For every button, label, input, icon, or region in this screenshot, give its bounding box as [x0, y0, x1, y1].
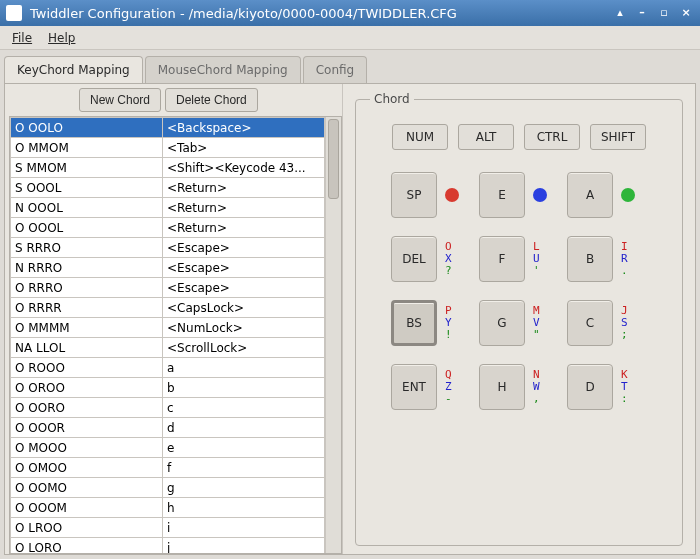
- table-row[interactable]: NA LLOL<ScrollLock>: [11, 338, 325, 358]
- output-cell: c: [163, 398, 325, 418]
- output-cell: <NumLock>: [163, 318, 325, 338]
- table-row[interactable]: O OOROc: [11, 398, 325, 418]
- table-row[interactable]: O MMMM<NumLock>: [11, 318, 325, 338]
- key-d[interactable]: D: [567, 364, 613, 410]
- dot-blue-icon: [533, 188, 547, 202]
- key-h[interactable]: H: [479, 364, 525, 410]
- output-cell: d: [163, 418, 325, 438]
- table-row[interactable]: O OOOMh: [11, 498, 325, 518]
- key-c[interactable]: C: [567, 300, 613, 346]
- table-row[interactable]: O MOOOe: [11, 438, 325, 458]
- chord-cell: O OOOM: [11, 498, 163, 518]
- table-row[interactable]: O LROOi: [11, 518, 325, 538]
- key-del[interactable]: DEL: [391, 236, 437, 282]
- key-e[interactable]: E: [479, 172, 525, 218]
- tab-mousechord[interactable]: MouseChord Mapping: [145, 56, 301, 83]
- output-cell: b: [163, 378, 325, 398]
- key-b[interactable]: B: [567, 236, 613, 282]
- ann-f: LU': [533, 241, 540, 277]
- table-row[interactable]: O MMOM<Tab>: [11, 138, 325, 158]
- output-cell: a: [163, 358, 325, 378]
- chord-cell: O MMOM: [11, 138, 163, 158]
- table-row[interactable]: O OOORd: [11, 418, 325, 438]
- key-f[interactable]: F: [479, 236, 525, 282]
- chord-cell: O RRRO: [11, 278, 163, 298]
- rollup-icon[interactable]: ▴: [612, 6, 628, 20]
- tab-panel-keychord: New Chord Delete Chord O OOLO<Backspace>…: [4, 83, 696, 555]
- key-a[interactable]: A: [567, 172, 613, 218]
- tabbar: KeyChord Mapping MouseChord Mapping Conf…: [0, 50, 700, 83]
- tab-keychord[interactable]: KeyChord Mapping: [4, 56, 143, 83]
- key-g[interactable]: G: [479, 300, 525, 346]
- menu-file[interactable]: File: [4, 29, 40, 47]
- left-pane: New Chord Delete Chord O OOLO<Backspace>…: [5, 84, 343, 554]
- output-cell: e: [163, 438, 325, 458]
- chord-cell: O OOOR: [11, 418, 163, 438]
- table-row[interactable]: O OOLO<Backspace>: [11, 118, 325, 138]
- ann-h: NW,: [533, 369, 540, 405]
- key-sp[interactable]: SP: [391, 172, 437, 218]
- table-row[interactable]: O RRRR<CapsLock>: [11, 298, 325, 318]
- output-cell: h: [163, 498, 325, 518]
- vertical-scrollbar[interactable]: [325, 117, 341, 553]
- table-row[interactable]: N OOOL<Return>: [11, 198, 325, 218]
- output-cell: <Tab>: [163, 138, 325, 158]
- table-row[interactable]: S OOOL<Return>: [11, 178, 325, 198]
- chord-cell: O OOOL: [11, 218, 163, 238]
- maximize-icon[interactable]: ▫: [656, 6, 672, 20]
- table-row[interactable]: O OOOL<Return>: [11, 218, 325, 238]
- chord-table-scroll[interactable]: O OOLO<Backspace>O MMOM<Tab>S MMOM<Shift…: [10, 117, 325, 553]
- table-row[interactable]: O OOMOg: [11, 478, 325, 498]
- close-icon[interactable]: ×: [678, 6, 694, 20]
- output-cell: <ScrollLock>: [163, 338, 325, 358]
- chord-cell: S OOOL: [11, 178, 163, 198]
- output-cell: <Backspace>: [163, 118, 325, 138]
- table-row[interactable]: O OMOOf: [11, 458, 325, 478]
- chord-cell: O LORO: [11, 538, 163, 554]
- output-cell: <Escape>: [163, 258, 325, 278]
- mod-shift[interactable]: SHIFT: [590, 124, 646, 150]
- chord-cell: O OMOO: [11, 458, 163, 478]
- table-row[interactable]: N RRRO<Escape>: [11, 258, 325, 278]
- modifier-row: NUM ALT CTRL SHIFT: [370, 124, 668, 150]
- output-cell: <Escape>: [163, 278, 325, 298]
- titlebar[interactable]: Twiddler Configuration - /media/kiyoto/0…: [0, 0, 700, 26]
- mod-ctrl[interactable]: CTRL: [524, 124, 580, 150]
- output-cell: <Shift><Keycode 43...: [163, 158, 325, 178]
- output-cell: f: [163, 458, 325, 478]
- dot-green-icon: [621, 188, 635, 202]
- ann-b: IR.: [621, 241, 628, 277]
- minimize-icon[interactable]: –: [634, 6, 650, 20]
- table-row[interactable]: O OROOb: [11, 378, 325, 398]
- chord-cell: O ROOO: [11, 358, 163, 378]
- menu-help[interactable]: Help: [40, 29, 83, 47]
- table-row[interactable]: O RRRO<Escape>: [11, 278, 325, 298]
- table-row[interactable]: S RRRO<Escape>: [11, 238, 325, 258]
- key-ent[interactable]: ENT: [391, 364, 437, 410]
- tab-config[interactable]: Config: [303, 56, 368, 83]
- chord-cell: NA LLOL: [11, 338, 163, 358]
- output-cell: <CapsLock>: [163, 298, 325, 318]
- chord-cell: S RRRO: [11, 238, 163, 258]
- chord-cell: N RRRO: [11, 258, 163, 278]
- output-cell: <Escape>: [163, 238, 325, 258]
- key-bs[interactable]: BS: [391, 300, 437, 346]
- key-grid: SP E A DEL OX? F LU' B IR. BS PY! G: [370, 172, 668, 410]
- scrollbar-thumb[interactable]: [328, 119, 339, 199]
- mod-alt[interactable]: ALT: [458, 124, 514, 150]
- right-pane: Chord NUM ALT CTRL SHIFT SP E A DEL: [343, 84, 695, 554]
- menubar: File Help: [0, 26, 700, 50]
- ann-del: OX?: [445, 241, 452, 277]
- window-title: Twiddler Configuration - /media/kiyoto/0…: [30, 6, 612, 21]
- table-row[interactable]: S MMOM<Shift><Keycode 43...: [11, 158, 325, 178]
- chord-action-row: New Chord Delete Chord: [5, 84, 342, 116]
- new-chord-button[interactable]: New Chord: [79, 88, 161, 112]
- ann-ent: QZ-: [445, 369, 452, 405]
- table-row[interactable]: O ROOOa: [11, 358, 325, 378]
- output-cell: <Return>: [163, 198, 325, 218]
- output-cell: g: [163, 478, 325, 498]
- chord-cell: O OORO: [11, 398, 163, 418]
- table-row[interactable]: O LOROj: [11, 538, 325, 554]
- mod-num[interactable]: NUM: [392, 124, 448, 150]
- delete-chord-button[interactable]: Delete Chord: [165, 88, 258, 112]
